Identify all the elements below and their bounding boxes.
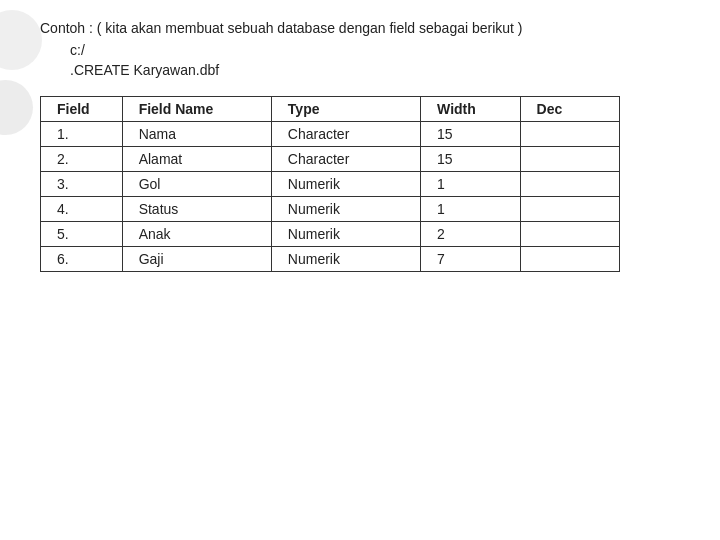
table-header-row: Field Field Name Type Width Dec: [41, 97, 620, 122]
col-header-width: Width: [421, 97, 520, 122]
cell-name: Status: [122, 197, 271, 222]
cell-width: 1: [421, 197, 520, 222]
intro-line3: .CREATE Karyawan.dbf: [70, 62, 690, 78]
cell-field: 3.: [41, 172, 123, 197]
table-row: 6.GajiNumerik7: [41, 247, 620, 272]
cell-field: 5.: [41, 222, 123, 247]
cell-dec: [520, 147, 619, 172]
cell-field: 1.: [41, 122, 123, 147]
table-row: 4.StatusNumerik1: [41, 197, 620, 222]
table-row: 3.GolNumerik1: [41, 172, 620, 197]
cell-name: Gaji: [122, 247, 271, 272]
cell-dec: [520, 197, 619, 222]
cell-dec: [520, 222, 619, 247]
intro-line1: Contoh : ( kita akan membuat sebuah data…: [40, 20, 690, 36]
table-row: 2.AlamatCharacter15: [41, 147, 620, 172]
col-header-type: Type: [271, 97, 420, 122]
deco-circle-1: [0, 10, 42, 70]
cell-width: 1: [421, 172, 520, 197]
cell-name: Nama: [122, 122, 271, 147]
cell-dec: [520, 172, 619, 197]
intro-line2: c:/: [70, 42, 690, 58]
cell-type: Numerik: [271, 197, 420, 222]
cell-field: 2.: [41, 147, 123, 172]
cell-width: 15: [421, 122, 520, 147]
cell-type: Character: [271, 147, 420, 172]
cell-dec: [520, 247, 619, 272]
cell-name: Gol: [122, 172, 271, 197]
cell-type: Character: [271, 122, 420, 147]
cell-width: 2: [421, 222, 520, 247]
cell-field: 4.: [41, 197, 123, 222]
col-header-field: Field: [41, 97, 123, 122]
table-row: 1.NamaCharacter15: [41, 122, 620, 147]
col-header-dec: Dec: [520, 97, 619, 122]
cell-dec: [520, 122, 619, 147]
cell-field: 6.: [41, 247, 123, 272]
cell-name: Alamat: [122, 147, 271, 172]
table-row: 5.AnakNumerik2: [41, 222, 620, 247]
col-header-field-name: Field Name: [122, 97, 271, 122]
database-table: Field Field Name Type Width Dec 1.NamaCh…: [40, 96, 620, 272]
cell-name: Anak: [122, 222, 271, 247]
table-wrapper: Field Field Name Type Width Dec 1.NamaCh…: [40, 96, 690, 272]
page-container: Contoh : ( kita akan membuat sebuah data…: [0, 0, 720, 540]
cell-width: 7: [421, 247, 520, 272]
cell-width: 15: [421, 147, 520, 172]
cell-type: Numerik: [271, 172, 420, 197]
deco-circle-2: [0, 80, 33, 135]
cell-type: Numerik: [271, 247, 420, 272]
cell-type: Numerik: [271, 222, 420, 247]
